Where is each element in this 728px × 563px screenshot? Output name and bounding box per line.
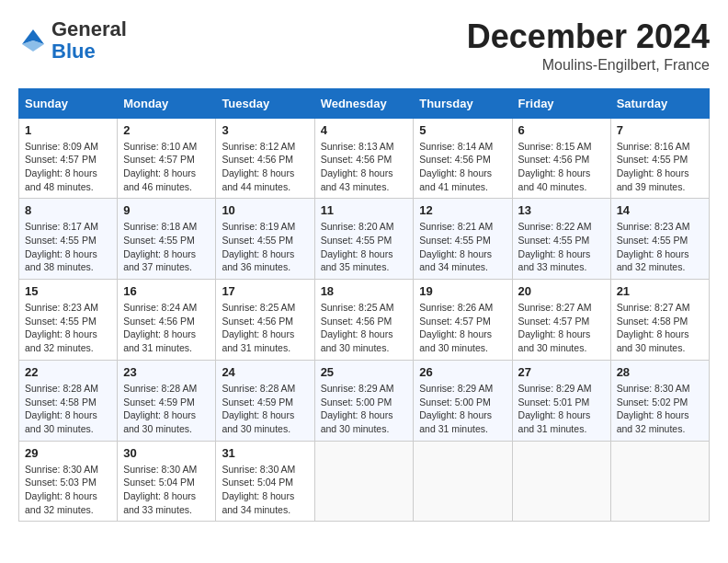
day-number: 8: [25, 203, 111, 217]
day-info: Sunrise: 8:18 AMSunset: 4:55 PMDaylight:…: [123, 220, 210, 274]
table-row: 8Sunrise: 8:17 AMSunset: 4:55 PMDaylight…: [19, 199, 118, 280]
day-number: 26: [419, 365, 506, 379]
day-header-friday: Friday: [512, 88, 610, 118]
table-row: 13Sunrise: 8:22 AMSunset: 4:55 PMDayligh…: [512, 199, 610, 280]
day-number: 27: [518, 365, 605, 379]
day-number: 2: [123, 123, 210, 137]
table-row: 24Sunrise: 8:28 AMSunset: 4:59 PMDayligh…: [216, 360, 314, 441]
day-header-wednesday: Wednesday: [314, 88, 414, 118]
calendar-header: SundayMondayTuesdayWednesdayThursdayFrid…: [19, 88, 710, 118]
logo-icon: [18, 26, 48, 55]
day-info: Sunrise: 8:09 AMSunset: 4:57 PMDaylight:…: [25, 140, 111, 194]
table-row: 1Sunrise: 8:09 AMSunset: 4:57 PMDaylight…: [19, 118, 118, 199]
day-info: Sunrise: 8:28 AMSunset: 4:58 PMDaylight:…: [25, 382, 111, 436]
day-number: 29: [25, 446, 111, 460]
day-info: Sunrise: 8:29 AMSunset: 5:00 PMDaylight:…: [419, 382, 506, 436]
day-number: 15: [25, 284, 111, 298]
day-number: 28: [617, 365, 703, 379]
day-number: 16: [123, 284, 210, 298]
table-row: 30Sunrise: 8:30 AMSunset: 5:04 PMDayligh…: [118, 441, 216, 522]
header: General Blue December 2024 Moulins-Engil…: [18, 18, 710, 74]
day-number: 11: [321, 203, 408, 217]
table-row: 23Sunrise: 8:28 AMSunset: 4:59 PMDayligh…: [118, 360, 216, 441]
day-info: Sunrise: 8:16 AMSunset: 4:55 PMDaylight:…: [617, 140, 703, 194]
logo-general: General: [51, 17, 127, 40]
table-row: 15Sunrise: 8:23 AMSunset: 4:55 PMDayligh…: [19, 280, 118, 361]
day-info: Sunrise: 8:13 AMSunset: 4:56 PMDaylight:…: [321, 140, 408, 194]
location-subtitle: Moulins-Engilbert, France: [467, 57, 710, 74]
day-number: 3: [222, 123, 308, 137]
day-info: Sunrise: 8:28 AMSunset: 4:59 PMDaylight:…: [123, 382, 210, 436]
table-row: 10Sunrise: 8:19 AMSunset: 4:55 PMDayligh…: [216, 199, 314, 280]
day-number: 19: [419, 284, 506, 298]
day-info: Sunrise: 8:30 AMSunset: 5:03 PMDaylight:…: [25, 463, 111, 517]
day-number: 22: [25, 365, 111, 379]
calendar-week-5: 29Sunrise: 8:30 AMSunset: 5:03 PMDayligh…: [19, 441, 710, 522]
table-row: 7Sunrise: 8:16 AMSunset: 4:55 PMDaylight…: [610, 118, 709, 199]
table-row: 11Sunrise: 8:20 AMSunset: 4:55 PMDayligh…: [314, 199, 414, 280]
day-number: 13: [518, 203, 605, 217]
table-row: 25Sunrise: 8:29 AMSunset: 5:00 PMDayligh…: [314, 360, 414, 441]
day-info: Sunrise: 8:23 AMSunset: 4:55 PMDaylight:…: [617, 220, 703, 274]
day-number: 9: [123, 203, 210, 217]
day-info: Sunrise: 8:24 AMSunset: 4:56 PMDaylight:…: [123, 301, 210, 355]
day-info: Sunrise: 8:22 AMSunset: 4:55 PMDaylight:…: [518, 220, 605, 274]
day-info: Sunrise: 8:28 AMSunset: 4:59 PMDaylight:…: [222, 382, 308, 436]
calendar-week-1: 1Sunrise: 8:09 AMSunset: 4:57 PMDaylight…: [19, 118, 710, 199]
day-header-sunday: Sunday: [19, 88, 118, 118]
day-header-tuesday: Tuesday: [216, 88, 314, 118]
table-row: 18Sunrise: 8:25 AMSunset: 4:56 PMDayligh…: [314, 280, 414, 361]
table-row: 12Sunrise: 8:21 AMSunset: 4:55 PMDayligh…: [414, 199, 512, 280]
day-number: 14: [617, 203, 703, 217]
day-number: 25: [321, 365, 408, 379]
day-info: Sunrise: 8:17 AMSunset: 4:55 PMDaylight:…: [25, 220, 111, 274]
table-row: 17Sunrise: 8:25 AMSunset: 4:56 PMDayligh…: [216, 280, 314, 361]
table-row: 19Sunrise: 8:26 AMSunset: 4:57 PMDayligh…: [414, 280, 512, 361]
day-info: Sunrise: 8:30 AMSunset: 5:04 PMDaylight:…: [222, 463, 308, 517]
table-row: 16Sunrise: 8:24 AMSunset: 4:56 PMDayligh…: [118, 280, 216, 361]
table-row: [314, 441, 414, 522]
day-info: Sunrise: 8:29 AMSunset: 5:00 PMDaylight:…: [321, 382, 408, 436]
day-info: Sunrise: 8:20 AMSunset: 4:55 PMDaylight:…: [321, 220, 408, 274]
title-area: December 2024 Moulins-Engilbert, France: [467, 18, 710, 74]
day-info: Sunrise: 8:30 AMSunset: 5:04 PMDaylight:…: [123, 463, 210, 517]
day-number: 21: [617, 284, 703, 298]
calendar-table: SundayMondayTuesdayWednesdayThursdayFrid…: [18, 88, 710, 523]
day-info: Sunrise: 8:19 AMSunset: 4:55 PMDaylight:…: [222, 220, 308, 274]
day-number: 20: [518, 284, 605, 298]
table-row: 20Sunrise: 8:27 AMSunset: 4:57 PMDayligh…: [512, 280, 610, 361]
logo: General Blue: [18, 18, 127, 63]
day-info: Sunrise: 8:23 AMSunset: 4:55 PMDaylight:…: [25, 301, 111, 355]
day-number: 24: [222, 365, 308, 379]
day-info: Sunrise: 8:27 AMSunset: 4:57 PMDaylight:…: [518, 301, 605, 355]
table-row: 21Sunrise: 8:27 AMSunset: 4:58 PMDayligh…: [610, 280, 709, 361]
day-info: Sunrise: 8:27 AMSunset: 4:58 PMDaylight:…: [617, 301, 703, 355]
day-info: Sunrise: 8:26 AMSunset: 4:57 PMDaylight:…: [419, 301, 506, 355]
table-row: [610, 441, 709, 522]
day-number: 7: [617, 123, 703, 137]
calendar-week-3: 15Sunrise: 8:23 AMSunset: 4:55 PMDayligh…: [19, 280, 710, 361]
table-row: 5Sunrise: 8:14 AMSunset: 4:56 PMDaylight…: [414, 118, 512, 199]
day-number: 1: [25, 123, 111, 137]
table-row: 14Sunrise: 8:23 AMSunset: 4:55 PMDayligh…: [610, 199, 709, 280]
calendar-week-2: 8Sunrise: 8:17 AMSunset: 4:55 PMDaylight…: [19, 199, 710, 280]
table-row: 28Sunrise: 8:30 AMSunset: 5:02 PMDayligh…: [610, 360, 709, 441]
calendar-week-4: 22Sunrise: 8:28 AMSunset: 4:58 PMDayligh…: [19, 360, 710, 441]
logo-blue: Blue: [51, 40, 96, 63]
day-number: 17: [222, 284, 308, 298]
calendar-body: 1Sunrise: 8:09 AMSunset: 4:57 PMDaylight…: [19, 118, 710, 522]
day-number: 23: [123, 365, 210, 379]
day-header-row: SundayMondayTuesdayWednesdayThursdayFrid…: [19, 88, 710, 118]
table-row: [512, 441, 610, 522]
table-row: 3Sunrise: 8:12 AMSunset: 4:56 PMDaylight…: [216, 118, 314, 199]
day-info: Sunrise: 8:25 AMSunset: 4:56 PMDaylight:…: [321, 301, 408, 355]
table-row: 31Sunrise: 8:30 AMSunset: 5:04 PMDayligh…: [216, 441, 314, 522]
day-number: 5: [419, 123, 506, 137]
table-row: 27Sunrise: 8:29 AMSunset: 5:01 PMDayligh…: [512, 360, 610, 441]
day-header-monday: Monday: [118, 88, 216, 118]
day-info: Sunrise: 8:10 AMSunset: 4:57 PMDaylight:…: [123, 140, 210, 194]
day-info: Sunrise: 8:14 AMSunset: 4:56 PMDaylight:…: [419, 140, 506, 194]
table-row: 4Sunrise: 8:13 AMSunset: 4:56 PMDaylight…: [314, 118, 414, 199]
day-number: 12: [419, 203, 506, 217]
day-info: Sunrise: 8:29 AMSunset: 5:01 PMDaylight:…: [518, 382, 605, 436]
